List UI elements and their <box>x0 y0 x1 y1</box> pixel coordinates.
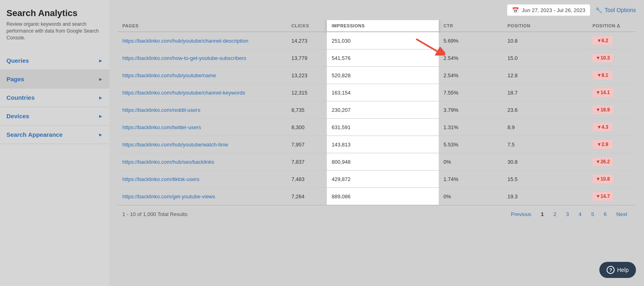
sidebar-nav: Queries ► Pages ► Countries ► Devices ► … <box>0 51 109 144</box>
sidebar-item-search-appearance[interactable]: Search Appearance ► <box>0 126 109 144</box>
pagination-row: 1 - 10 of 1,000 Total Results Previous12… <box>118 205 636 223</box>
cell-position: 7.5 <box>503 136 588 153</box>
col-header-position-delta[interactable]: POSITION Δ <box>588 20 636 32</box>
table-wrapper: PAGES CLICKS IMPRESSIONS CTR POSITION PO… <box>118 20 636 223</box>
cell-impressions: 520,828 <box>327 67 439 84</box>
cell-clicks: 8,300 <box>287 119 327 136</box>
sidebar-item-countries[interactable]: Countries ► <box>0 88 109 107</box>
position-delta-badge: ▼26.2 <box>592 157 613 166</box>
main-container: Search Analytics Review organic keywords… <box>0 0 644 286</box>
cell-position: 8.9 <box>503 119 588 136</box>
cell-clicks: 7,957 <box>287 136 327 153</box>
cell-clicks: 13,223 <box>287 67 327 84</box>
cell-position-delta: ▼6.2 <box>588 32 636 49</box>
cell-page: https://backlinko.com/tiktok-users <box>118 171 287 188</box>
top-bar: 📅 Jun 27, 2023 - Jul 26, 2023 🔧 Tool Opt… <box>109 0 644 20</box>
tool-options-button[interactable]: 🔧 Tool Options <box>595 7 636 13</box>
position-delta-badge: ▼4.3 <box>592 123 613 132</box>
date-range-button[interactable]: 📅 Jun 27, 2023 - Jul 26, 2023 <box>507 4 591 16</box>
sidebar-arrow-devices: ► <box>98 113 103 119</box>
cell-clicks: 7,837 <box>287 153 327 171</box>
help-label: Help <box>617 267 629 273</box>
cell-position-delta: ▼10.8 <box>588 171 636 188</box>
page-link[interactable]: https://backlinko.com/hub/seo/backlinks <box>122 159 214 165</box>
page-btn-6[interactable]: 6 <box>600 210 611 219</box>
cell-ctr: 5.53% <box>439 136 503 153</box>
cell-clicks: 13,779 <box>287 49 327 67</box>
table-row: https://backlinko.com/get-youtube-views7… <box>118 188 636 205</box>
data-table: PAGES CLICKS IMPRESSIONS CTR POSITION PO… <box>118 20 636 205</box>
page-btn-previous[interactable]: Previous <box>507 210 535 219</box>
header-area: Search Analytics Review organic keywords… <box>0 0 109 47</box>
table-row: https://backlinko.com/hub/youtube/channe… <box>118 32 636 49</box>
cell-page: https://backlinko.com/hub/youtube/watch-… <box>118 136 287 153</box>
position-delta-badge: ▼2.9 <box>592 140 613 149</box>
sidebar-item-queries[interactable]: Queries ► <box>0 51 109 70</box>
cell-position: 12.8 <box>503 67 588 84</box>
position-delta-badge: ▼10.8 <box>592 175 613 183</box>
sidebar-item-devices[interactable]: Devices ► <box>0 107 109 126</box>
cell-ctr: 2.54% <box>439 67 503 84</box>
table-row: https://backlinko.com/reddit-users8,7352… <box>118 101 636 119</box>
page-link[interactable]: https://backlinko.com/hub/youtube/watch-… <box>122 142 228 148</box>
page-link[interactable]: https://backlinko.com/hub/youtube/channe… <box>122 90 245 96</box>
position-delta-badge: ▼14.1 <box>592 88 613 97</box>
col-header-impressions[interactable]: IMPRESSIONS <box>327 20 439 32</box>
page-btn-1[interactable]: 1 <box>537 210 548 219</box>
page-link[interactable]: https://backlinko.com/twitter-users <box>122 124 201 130</box>
table-row: https://backlinko.com/hub/youtube/watch-… <box>118 136 636 153</box>
page-link[interactable]: https://backlinko.com/how-to-get-youtube… <box>122 55 246 61</box>
cell-clicks: 14,273 <box>287 32 327 49</box>
page-btn-5[interactable]: 5 <box>587 210 598 219</box>
cell-ctr: 2.54% <box>439 49 503 67</box>
col-header-pages: PAGES <box>118 20 287 32</box>
cell-position: 15.5 <box>503 171 588 188</box>
col-header-position[interactable]: POSITION <box>503 20 588 32</box>
page-link[interactable]: https://backlinko.com/hub/youtube/name <box>122 72 216 78</box>
page-btn-next[interactable]: Next <box>612 210 631 219</box>
page-link[interactable]: https://backlinko.com/get-youtube-views <box>122 193 215 200</box>
col-header-clicks[interactable]: CLICKS <box>287 20 327 32</box>
table-row: https://backlinko.com/hub/youtube/name13… <box>118 67 636 84</box>
help-button[interactable]: ? Help <box>599 262 636 278</box>
sidebar-arrow-search-appearance: ► <box>98 132 103 138</box>
page-btn-4[interactable]: 4 <box>575 210 586 219</box>
cell-position-delta: ▼10.3 <box>588 49 636 67</box>
app-subtitle: Review organic keywords and search perfo… <box>6 21 103 41</box>
page-link[interactable]: https://backlinko.com/tiktok-users <box>122 176 199 182</box>
table-row: https://backlinko.com/hub/youtube/channe… <box>118 84 636 101</box>
cell-ctr: 1.31% <box>439 119 503 136</box>
col-header-ctr[interactable]: CTR <box>439 20 503 32</box>
cell-ctr: 0% <box>439 188 503 205</box>
sidebar-arrow-queries: ► <box>98 58 103 64</box>
cell-page: https://backlinko.com/hub/seo/backlinks <box>118 153 287 171</box>
cell-impressions: 143,813 <box>327 136 439 153</box>
cell-impressions: 541,576 <box>327 49 439 67</box>
pagination-info: 1 - 10 of 1,000 Total Results <box>122 211 188 217</box>
cell-impressions: 251,030 <box>327 32 439 49</box>
cell-page: https://backlinko.com/hub/youtube/channe… <box>118 84 287 101</box>
wrench-icon: 🔧 <box>595 7 602 13</box>
cell-position: 15.0 <box>503 49 588 67</box>
page-btn-3[interactable]: 3 <box>562 210 573 219</box>
cell-page: https://backlinko.com/how-to-get-youtube… <box>118 49 287 67</box>
sidebar-item-search-appearance-label: Search Appearance <box>6 131 63 138</box>
page-btn-2[interactable]: 2 <box>549 210 560 219</box>
sidebar-item-pages[interactable]: Pages ► <box>0 70 109 88</box>
cell-impressions: 230,207 <box>327 101 439 119</box>
cell-impressions: 631,591 <box>327 119 439 136</box>
sidebar-item-countries-label: Countries <box>6 94 35 101</box>
cell-page: https://backlinko.com/get-youtube-views <box>118 188 287 205</box>
cell-position-delta: ▼18.9 <box>588 101 636 119</box>
cell-position-delta: ▼2.9 <box>588 136 636 153</box>
cell-page: https://backlinko.com/reddit-users <box>118 101 287 119</box>
cell-impressions: 889,086 <box>327 188 439 205</box>
position-delta-badge: ▼14.7 <box>592 192 613 201</box>
cell-clicks: 7,264 <box>287 188 327 205</box>
position-delta-badge: ▼18.9 <box>592 105 613 114</box>
cell-position: 18.7 <box>503 84 588 101</box>
table-row: https://backlinko.com/twitter-users8,300… <box>118 119 636 136</box>
page-link[interactable]: https://backlinko.com/reddit-users <box>122 107 200 113</box>
cell-impressions: 429,872 <box>327 171 439 188</box>
page-link[interactable]: https://backlinko.com/hub/youtube/channe… <box>122 38 248 44</box>
